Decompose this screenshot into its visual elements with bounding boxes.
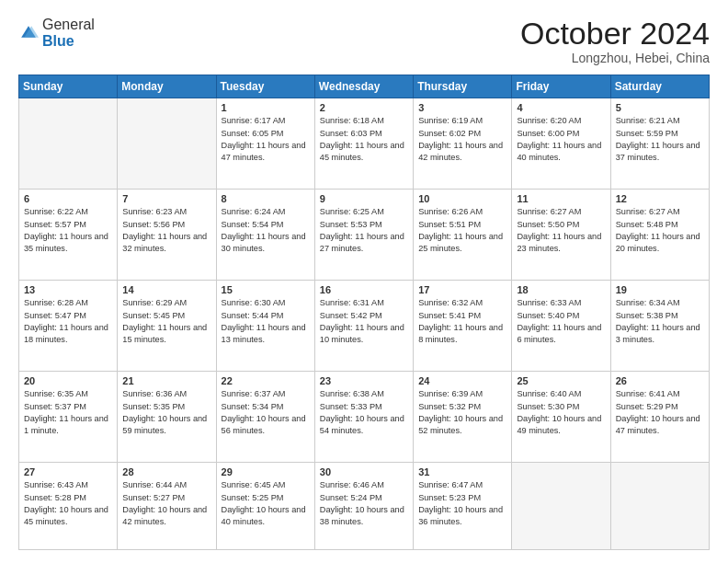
title-block: October 2024 Longzhou, Hebei, China — [520, 17, 710, 65]
day-number: 5 — [616, 102, 704, 113]
day-info: Sunrise: 6:31 AMSunset: 5:42 PMDaylight:… — [320, 297, 408, 346]
day-number: 8 — [222, 193, 310, 204]
calendar-cell: 4Sunrise: 6:20 AMSunset: 6:00 PMDaylight… — [512, 98, 610, 190]
day-number: 14 — [122, 284, 210, 295]
day-number: 21 — [122, 375, 210, 386]
page: General Blue October 2024 Longzhou, Hebe… — [0, 0, 728, 563]
calendar-cell — [118, 98, 216, 190]
day-number: 2 — [320, 102, 408, 113]
calendar-cell: 7Sunrise: 6:23 AMSunset: 5:56 PMDaylight… — [118, 190, 216, 281]
day-info: Sunrise: 6:18 AMSunset: 6:03 PMDaylight:… — [320, 115, 408, 164]
calendar-cell: 19Sunrise: 6:34 AMSunset: 5:38 PMDayligh… — [610, 281, 709, 372]
calendar-cell: 1Sunrise: 6:17 AMSunset: 6:05 PMDaylight… — [216, 98, 314, 190]
day-number: 13 — [24, 284, 112, 295]
calendar-week-row: 27Sunrise: 6:43 AMSunset: 5:28 PMDayligh… — [19, 463, 710, 550]
day-info: Sunrise: 6:21 AMSunset: 5:59 PMDaylight:… — [616, 115, 704, 164]
calendar-cell: 28Sunrise: 6:44 AMSunset: 5:27 PMDayligh… — [118, 463, 216, 550]
logo: General Blue — [18, 17, 95, 49]
calendar-week-row: 13Sunrise: 6:28 AMSunset: 5:47 PMDayligh… — [19, 281, 710, 372]
calendar-cell — [610, 463, 709, 550]
calendar-day-header: Monday — [118, 75, 216, 98]
day-info: Sunrise: 6:30 AMSunset: 5:44 PMDaylight:… — [222, 297, 310, 346]
calendar-header-row: SundayMondayTuesdayWednesdayThursdayFrid… — [19, 75, 710, 98]
calendar-cell: 9Sunrise: 6:25 AMSunset: 5:53 PMDaylight… — [314, 190, 413, 281]
calendar-cell: 14Sunrise: 6:29 AMSunset: 5:45 PMDayligh… — [118, 281, 216, 372]
calendar-week-row: 20Sunrise: 6:35 AMSunset: 5:37 PMDayligh… — [19, 372, 710, 463]
day-number: 9 — [320, 193, 408, 204]
calendar-table: SundayMondayTuesdayWednesdayThursdayFrid… — [18, 75, 710, 550]
calendar-week-row: 1Sunrise: 6:17 AMSunset: 6:05 PMDaylight… — [19, 98, 710, 190]
day-info: Sunrise: 6:29 AMSunset: 5:45 PMDaylight:… — [122, 297, 210, 346]
day-number: 3 — [418, 102, 506, 113]
day-number: 10 — [418, 193, 506, 204]
day-number: 24 — [418, 375, 506, 386]
month-title: October 2024 — [520, 17, 710, 51]
day-number: 19 — [616, 284, 704, 295]
calendar-day-header: Sunday — [19, 75, 118, 98]
calendar-cell: 11Sunrise: 6:27 AMSunset: 5:50 PMDayligh… — [512, 190, 610, 281]
calendar-cell: 5Sunrise: 6:21 AMSunset: 5:59 PMDaylight… — [610, 98, 709, 190]
calendar-day-header: Wednesday — [314, 75, 413, 98]
calendar-cell: 12Sunrise: 6:27 AMSunset: 5:48 PMDayligh… — [610, 190, 709, 281]
day-number: 23 — [320, 375, 408, 386]
calendar-cell: 25Sunrise: 6:40 AMSunset: 5:30 PMDayligh… — [512, 372, 610, 463]
calendar-cell: 23Sunrise: 6:38 AMSunset: 5:33 PMDayligh… — [314, 372, 413, 463]
calendar-cell: 2Sunrise: 6:18 AMSunset: 6:03 PMDaylight… — [314, 98, 413, 190]
calendar-day-header: Friday — [512, 75, 610, 98]
day-info: Sunrise: 6:20 AMSunset: 6:00 PMDaylight:… — [517, 115, 605, 164]
day-info: Sunrise: 6:41 AMSunset: 5:29 PMDaylight:… — [616, 388, 704, 437]
calendar-cell: 20Sunrise: 6:35 AMSunset: 5:37 PMDayligh… — [19, 372, 118, 463]
day-number: 1 — [222, 102, 310, 113]
day-info: Sunrise: 6:23 AMSunset: 5:56 PMDaylight:… — [122, 206, 210, 255]
day-info: Sunrise: 6:24 AMSunset: 5:54 PMDaylight:… — [222, 206, 310, 255]
day-info: Sunrise: 6:39 AMSunset: 5:32 PMDaylight:… — [418, 388, 506, 437]
day-info: Sunrise: 6:25 AMSunset: 5:53 PMDaylight:… — [320, 206, 408, 255]
day-number: 22 — [222, 375, 310, 386]
day-info: Sunrise: 6:37 AMSunset: 5:34 PMDaylight:… — [222, 388, 310, 437]
day-info: Sunrise: 6:36 AMSunset: 5:35 PMDaylight:… — [122, 388, 210, 437]
day-number: 30 — [320, 466, 408, 477]
day-number: 26 — [616, 375, 704, 386]
calendar-cell: 18Sunrise: 6:33 AMSunset: 5:40 PMDayligh… — [512, 281, 610, 372]
day-info: Sunrise: 6:46 AMSunset: 5:24 PMDaylight:… — [320, 479, 408, 528]
day-info: Sunrise: 6:27 AMSunset: 5:50 PMDaylight:… — [517, 206, 605, 255]
day-info: Sunrise: 6:27 AMSunset: 5:48 PMDaylight:… — [616, 206, 704, 255]
day-info: Sunrise: 6:19 AMSunset: 6:02 PMDaylight:… — [418, 115, 506, 164]
calendar-cell: 27Sunrise: 6:43 AMSunset: 5:28 PMDayligh… — [19, 463, 118, 550]
calendar-cell: 22Sunrise: 6:37 AMSunset: 5:34 PMDayligh… — [216, 372, 314, 463]
calendar-cell: 16Sunrise: 6:31 AMSunset: 5:42 PMDayligh… — [314, 281, 413, 372]
day-number: 7 — [122, 193, 210, 204]
day-info: Sunrise: 6:32 AMSunset: 5:41 PMDaylight:… — [418, 297, 506, 346]
day-info: Sunrise: 6:28 AMSunset: 5:47 PMDaylight:… — [24, 297, 112, 346]
calendar-cell: 30Sunrise: 6:46 AMSunset: 5:24 PMDayligh… — [314, 463, 413, 550]
day-number: 15 — [222, 284, 310, 295]
calendar-cell: 13Sunrise: 6:28 AMSunset: 5:47 PMDayligh… — [19, 281, 118, 372]
calendar-day-header: Thursday — [414, 75, 512, 98]
day-info: Sunrise: 6:22 AMSunset: 5:57 PMDaylight:… — [24, 206, 112, 255]
day-number: 25 — [517, 375, 605, 386]
calendar-cell: 15Sunrise: 6:30 AMSunset: 5:44 PMDayligh… — [216, 281, 314, 372]
day-info: Sunrise: 6:44 AMSunset: 5:27 PMDaylight:… — [122, 479, 210, 528]
day-info: Sunrise: 6:26 AMSunset: 5:51 PMDaylight:… — [418, 206, 506, 255]
day-number: 27 — [24, 466, 112, 477]
day-number: 12 — [616, 193, 704, 204]
day-info: Sunrise: 6:45 AMSunset: 5:25 PMDaylight:… — [222, 479, 310, 528]
day-number: 29 — [222, 466, 310, 477]
calendar-cell: 17Sunrise: 6:32 AMSunset: 5:41 PMDayligh… — [414, 281, 512, 372]
logo-icon — [18, 23, 39, 43]
day-number: 28 — [122, 466, 210, 477]
calendar-cell: 6Sunrise: 6:22 AMSunset: 5:57 PMDaylight… — [19, 190, 118, 281]
day-info: Sunrise: 6:35 AMSunset: 5:37 PMDaylight:… — [24, 388, 112, 437]
day-info: Sunrise: 6:17 AMSunset: 6:05 PMDaylight:… — [222, 115, 310, 164]
calendar-day-header: Tuesday — [216, 75, 314, 98]
day-number: 4 — [517, 102, 605, 113]
calendar-cell: 8Sunrise: 6:24 AMSunset: 5:54 PMDaylight… — [216, 190, 314, 281]
calendar-cell — [19, 98, 118, 190]
day-info: Sunrise: 6:40 AMSunset: 5:30 PMDaylight:… — [517, 388, 605, 437]
calendar-cell: 21Sunrise: 6:36 AMSunset: 5:35 PMDayligh… — [118, 372, 216, 463]
location-subtitle: Longzhou, Hebei, China — [520, 51, 710, 65]
calendar-cell: 24Sunrise: 6:39 AMSunset: 5:32 PMDayligh… — [414, 372, 512, 463]
calendar-cell: 26Sunrise: 6:41 AMSunset: 5:29 PMDayligh… — [610, 372, 709, 463]
day-number: 20 — [24, 375, 112, 386]
day-info: Sunrise: 6:43 AMSunset: 5:28 PMDaylight:… — [24, 479, 112, 528]
